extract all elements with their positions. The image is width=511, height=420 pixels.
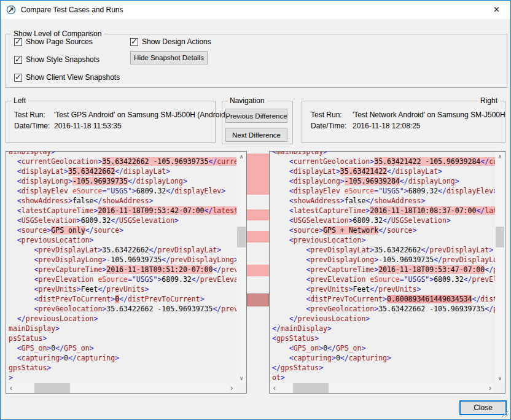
code-line: <displayElev eSource="USGS">6809.32</dis… bbox=[272, 186, 495, 196]
checkbox-show-design-actions[interactable]: ✓ bbox=[130, 38, 138, 46]
code-line: <distPrevToCurrent>0.000893461449034534<… bbox=[272, 294, 495, 304]
code-line: <capturing>0</capturing> bbox=[9, 353, 236, 363]
right-test-run-label: Test Run: bbox=[311, 111, 342, 119]
checkbox-label: Show Style Snapshots bbox=[26, 55, 99, 64]
code-line: <distPrevToCurrent>0</distPrevToCurrent> bbox=[9, 294, 236, 304]
code-line: </gpsStatus> bbox=[272, 363, 495, 373]
code-line: <mainDisplay> bbox=[272, 152, 495, 157]
scroll-up-icon[interactable]: ∧ bbox=[236, 152, 246, 161]
scroll-left-icon[interactable]: ‹ bbox=[6, 383, 16, 393]
code-line: gpsStatus> bbox=[9, 363, 236, 373]
code-line: <prevElevation eSource="USGS">6809.32</p… bbox=[9, 274, 236, 284]
check-icon: ✓ bbox=[15, 55, 21, 64]
code-line: <displayLat>35.63421422</displayLat> bbox=[272, 166, 495, 176]
code-line: <prevDisplayLong>-105.96939735</prevDisp… bbox=[272, 255, 495, 265]
left-group-title: Left bbox=[11, 96, 28, 105]
code-line: </mainDisplay> bbox=[272, 324, 495, 333]
left-datetime-label: Date/Time: bbox=[14, 122, 50, 130]
code-line: <capturing>0</capturing> bbox=[272, 353, 495, 363]
vertical-scroll-thumb[interactable] bbox=[237, 227, 246, 247]
scroll-down-icon[interactable]: ∨ bbox=[236, 373, 246, 383]
code-line: <USGSelevation>6809.32</USGSelevation> bbox=[272, 216, 495, 225]
gutter-diff-marker[interactable] bbox=[247, 231, 269, 243]
code-line: <displayLong>-105.96939735</displayLong> bbox=[9, 176, 236, 186]
code-line: <GPS_on>0</GPS_on> bbox=[272, 343, 495, 353]
titlebar: Compare Test Cases and Runs ✕ bbox=[1, 1, 510, 19]
code-line: <displayElev eSource="USGS">6809.32</dis… bbox=[9, 186, 236, 196]
right-group-title: Right bbox=[478, 96, 500, 105]
hide-snapshot-details-button[interactable]: Hide Snapshot Details bbox=[130, 51, 208, 64]
check-icon: ✓ bbox=[15, 72, 21, 82]
checkbox-row-show-client-view-snapshots[interactable]: ✓ Show Client View Snapshots bbox=[14, 72, 120, 82]
gutter-current-diff-marker[interactable] bbox=[247, 294, 269, 306]
navigation-group-title: Navigation bbox=[227, 96, 267, 105]
gutter-diff-marker[interactable] bbox=[247, 265, 269, 276]
checkbox-show-style-snapshots[interactable]: ✓ bbox=[14, 56, 22, 64]
right-horizontal-scrollbar[interactable]: ‹ › bbox=[270, 383, 495, 393]
left-source-pane: ainDisplay> <currentGeolocation>35.63422… bbox=[6, 151, 247, 394]
checkbox-row-show-page-sources[interactable]: ✓ Show Page Sources bbox=[14, 37, 93, 47]
code-line: <prevDisplayLat>35.63422662</prevDisplay… bbox=[9, 245, 236, 255]
code-line: <latestCaptureTime>2016-11-18T10:08:37-0… bbox=[272, 206, 495, 216]
code-line: <prevCaptureTime>2016-11-18T09:51:20-07:… bbox=[9, 265, 236, 274]
checkbox-show-client-view-snapshots[interactable]: ✓ bbox=[14, 74, 22, 82]
code-line: psStatus> bbox=[9, 333, 236, 343]
code-line: <prevDisplayLat>35.63422662</prevDisplay… bbox=[272, 245, 495, 255]
close-button[interactable]: Close bbox=[459, 400, 507, 415]
compare-icon bbox=[6, 5, 16, 15]
resize-grip[interactable] bbox=[502, 411, 509, 418]
code-line: mainDisplay> bbox=[9, 324, 236, 333]
checkbox-row-show-style-snapshots[interactable]: ✓ Show Style Snapshots bbox=[14, 55, 99, 64]
code-line: <source>GPS only</source> bbox=[9, 225, 236, 235]
gutter-diff-marker[interactable] bbox=[247, 209, 269, 220]
left-test-run-value: 'Test GPS Android' on Samsung SM-J500H (… bbox=[54, 111, 225, 119]
code-line: <previousLocation> bbox=[9, 235, 236, 245]
code-line: > bbox=[9, 373, 236, 383]
check-icon: ✓ bbox=[131, 37, 138, 46]
code-line: <displayLat>35.63422662</displayLat> bbox=[9, 166, 236, 176]
left-horizontal-scrollbar[interactable]: ‹ › bbox=[6, 383, 236, 393]
scroll-left-icon[interactable]: ‹ bbox=[270, 383, 279, 393]
horizontal-scroll-thumb[interactable] bbox=[293, 383, 329, 393]
code-line: <prevUnits>Feet</prevUnits> bbox=[272, 284, 495, 294]
window-title: Compare Test Cases and Runs bbox=[21, 6, 123, 14]
close-icon[interactable]: ✕ bbox=[483, 1, 510, 18]
scroll-right-icon[interactable]: › bbox=[485, 383, 495, 393]
scroll-down-icon[interactable]: ∨ bbox=[495, 373, 505, 383]
diff-overview-gutter[interactable] bbox=[247, 151, 269, 386]
right-source-pane: <mainDisplay> <currentGeolocation>35.634… bbox=[269, 151, 505, 394]
left-datetime-value: 2016-11-18 11:53:35 bbox=[54, 122, 122, 130]
horizontal-scroll-thumb[interactable] bbox=[34, 383, 70, 393]
scroll-up-icon[interactable]: ∧ bbox=[495, 152, 505, 161]
right-vertical-scrollbar[interactable]: ∧ ∨ bbox=[495, 152, 505, 383]
code-line: <USGSelevation>6809.32</USGSelevation> bbox=[9, 216, 236, 225]
right-datetime-value: 2016-11-18 12:08:25 bbox=[353, 122, 421, 130]
code-line: <currentGeolocation>35.63422662 -105.969… bbox=[9, 157, 236, 166]
vertical-scroll-thumb[interactable] bbox=[496, 227, 504, 247]
code-line: <GPS_on>0</GPS_on> bbox=[9, 343, 236, 353]
compare-dialog: Compare Test Cases and Runs ✕ Show Level… bbox=[0, 0, 511, 420]
code-line: <prevCaptureTime>2016-11-18T09:53:47-07:… bbox=[272, 265, 495, 274]
checkbox-label: Show Page Sources bbox=[26, 37, 93, 46]
right-datetime-label: Date/Time: bbox=[311, 122, 346, 130]
next-difference-button[interactable]: Next Difference bbox=[225, 128, 287, 142]
right-source-content[interactable]: <mainDisplay> <currentGeolocation>35.634… bbox=[270, 152, 495, 383]
right-run-groupbox: Right Test Run: 'Test Network Android' o… bbox=[302, 101, 505, 143]
checkbox-label: Show Design Actions bbox=[142, 37, 211, 46]
checkbox-row-show-design-actions[interactable]: ✓ Show Design Actions bbox=[130, 37, 211, 47]
gutter-diff-marker[interactable] bbox=[247, 154, 269, 195]
previous-difference-button[interactable]: Previous Difference bbox=[225, 109, 287, 123]
code-line: <latestCaptureTime>2016-11-18T09:53:42-0… bbox=[9, 206, 236, 216]
left-vertical-scrollbar[interactable]: ∧ ∨ bbox=[236, 152, 246, 383]
code-line: </previousLocation> bbox=[272, 314, 495, 324]
check-icon: ✓ bbox=[15, 37, 21, 46]
code-line: <displayLong>-105.96939284</displayLong> bbox=[272, 176, 495, 186]
code-line: ainDisplay> bbox=[9, 152, 236, 157]
code-line: <currentGeolocation>35.63421422 -105.969… bbox=[272, 157, 495, 166]
code-line: <gpsStatus> bbox=[272, 333, 495, 343]
code-line: <prevElevation eSource="USGS">6809.32</p… bbox=[272, 274, 495, 284]
code-line: <prevUnits>Feet</prevUnits> bbox=[9, 284, 236, 294]
checkbox-show-page-sources[interactable]: ✓ bbox=[14, 38, 22, 46]
left-source-content[interactable]: ainDisplay> <currentGeolocation>35.63422… bbox=[6, 152, 236, 383]
scroll-right-icon[interactable]: › bbox=[227, 383, 236, 393]
